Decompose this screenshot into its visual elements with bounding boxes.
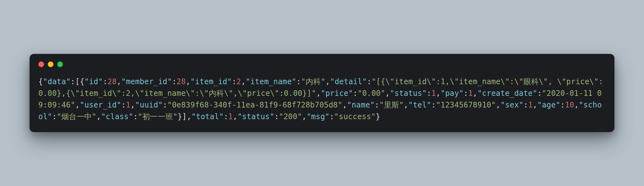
code-token-punc: , [130,101,135,109]
code-token-punc: : [427,89,431,98]
code-token-punc: : [121,101,126,109]
code-token-punc: : [375,101,379,109]
code-token-punc: , [473,89,478,98]
code-token-punc: , [186,77,191,86]
code-token-punc: : [524,101,528,109]
code-token-str: "12345678910" [436,101,496,109]
code-token-num: 1 [431,89,436,98]
code-token-punc: } [376,112,380,121]
code-token-punc: , [117,77,121,86]
code-token-punc: : [224,112,228,121]
code-token-punc: , [496,101,501,109]
code-token-num: 28 [108,77,117,86]
code-token-key: "tel" [408,101,431,109]
code-token-str: "里斯" [379,101,404,109]
code-token-punc: , [97,112,101,121]
code-token-punc: : [297,77,301,86]
code-token-key: "uuid" [135,101,163,109]
code-token-punc: , [302,112,307,121]
code-token-key: "age" [537,101,560,109]
code-token-key: "id" [85,77,103,86]
code-token-num: 1 [528,101,533,109]
code-token-key: "class" [101,112,133,121]
code-token-key: "status" [390,89,427,98]
code-token-punc: , [574,101,579,109]
terminal-window: {"data":[{"id":28,"member_id":28,"item_i… [30,54,614,132]
code-token-punc: , [75,101,80,109]
window-titlebar [38,61,606,67]
code-token-punc: , [233,112,238,121]
code-token-punc: , [325,77,330,86]
code-token-num: 28 [177,77,186,86]
code-token-key: "data" [43,77,71,86]
code-token-key: "pay" [441,89,464,98]
code-token-key: "price" [321,89,353,98]
code-token-punc: : [103,77,108,86]
code-token-str: "内科" [301,77,325,86]
code-token-num: 2 [236,77,241,86]
code-token-punc: : [163,101,168,109]
code-token-punc: ] [182,112,187,121]
code-token-punc: : [537,89,542,98]
code-token-key: "status" [237,112,274,121]
code-token-punc: : [367,77,372,86]
code-token-str: "烟台一中" [57,112,97,121]
code-token-num: 1 [228,112,233,121]
code-token-key: "detail" [330,77,367,86]
code-token-punc: , [342,101,347,109]
code-token-punc: : [330,112,334,121]
code-token-str: "初一一班" [138,112,178,121]
code-token-punc: , [385,89,390,98]
code-token-key: "item_name" [246,77,296,86]
code-token-punc: : [133,112,138,121]
code-token-punc: { [80,77,85,86]
code-token-punc: , [404,101,408,109]
code-token-punc: : [52,112,57,121]
close-icon[interactable] [38,61,44,67]
code-token-key: "member_id" [121,77,172,86]
code-token-num: 1 [468,89,473,98]
code-token-str: "200" [279,112,302,121]
code-token-punc: , [436,89,441,98]
code-token-key: "name" [347,101,375,109]
code-token-punc: , [533,101,537,109]
code-token-key: "msg" [307,112,330,121]
code-token-punc: : [353,89,358,98]
maximize-icon[interactable] [57,61,63,67]
code-token-punc: { [38,77,43,86]
code-token-key: "sex" [501,101,524,109]
code-token-punc: : [274,112,279,121]
code-token-punc: : [172,77,177,86]
code-token-str: "0.00" [358,89,385,98]
code-token-key: "total" [192,112,224,121]
code-token-punc: , [241,77,246,86]
code-token-key: "user_id" [80,101,121,109]
code-token-punc: } [178,112,182,121]
minimize-icon[interactable] [48,61,53,67]
code-token-punc: , [187,112,192,121]
code-token-num: 10 [565,101,574,109]
code-token-punc: , [316,89,321,98]
code-token-str: "success" [334,112,376,121]
code-token-punc: : [431,101,436,109]
code-token-punc: :[ [71,77,80,86]
code-token-num: 1 [126,101,130,109]
code-token-key: "item_id" [191,77,232,86]
code-token-key: "create_date" [477,89,537,98]
code-token-punc: : [464,89,468,98]
code-content: {"data":[{"id":28,"member_id":28,"item_i… [38,76,606,123]
code-token-punc: : [560,101,565,109]
code-token-punc: : [232,77,236,86]
code-token-str: "0e839f68-340f-11ea-81f9-68f728b705d8" [167,101,342,109]
